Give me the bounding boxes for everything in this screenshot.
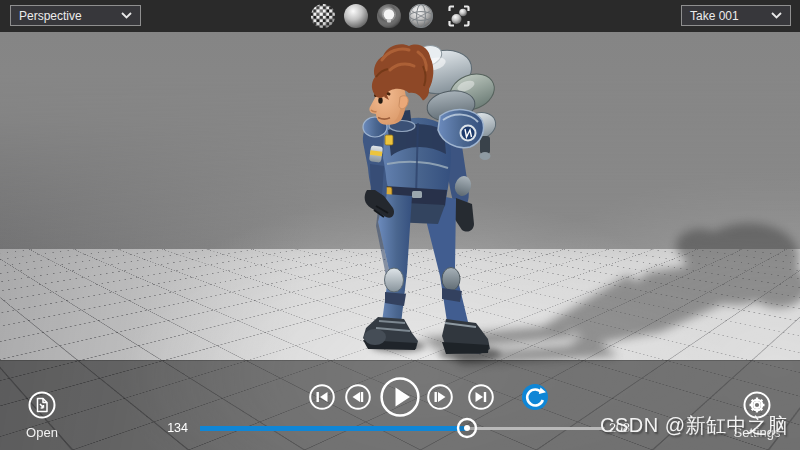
open-file-button[interactable]	[24, 387, 60, 423]
take-dropdown[interactable]: Take 001	[681, 5, 791, 26]
camera-view-dropdown[interactable]: Perspective	[10, 5, 141, 26]
step-forward-button[interactable]	[427, 384, 453, 410]
chevron-down-icon	[121, 12, 132, 19]
texture-sphere-icon[interactable]	[310, 3, 336, 29]
fbx-review-window: Perspective	[0, 0, 800, 450]
wireframe-sphere-icon[interactable]	[408, 3, 434, 29]
character-model	[330, 36, 510, 366]
timeline-scrubber[interactable]	[456, 417, 478, 439]
go-to-start-button[interactable]	[309, 384, 335, 410]
document-icon	[38, 399, 48, 412]
viewport-3d[interactable]: Open	[0, 32, 800, 450]
play-button[interactable]	[380, 377, 420, 417]
play-icon	[396, 388, 411, 407]
chevron-down-icon	[771, 12, 782, 19]
gear-icon	[750, 398, 765, 413]
loop-toggle-button[interactable]	[521, 383, 549, 411]
frame-objects-icon[interactable]	[446, 3, 472, 29]
shaded-sphere-icon[interactable]	[343, 3, 369, 29]
go-to-end-button[interactable]	[468, 384, 494, 410]
step-back-button[interactable]	[345, 384, 371, 410]
take-value: Take 001	[690, 9, 739, 23]
top-toolbar: Perspective	[0, 0, 800, 32]
timeline-fill	[200, 426, 467, 431]
current-frame: 134	[150, 421, 188, 435]
open-button-label: Open	[14, 425, 70, 440]
lighting-bulb-sphere-icon[interactable]	[376, 3, 402, 29]
csdn-watermark: CSDN @新缸中之脑	[600, 412, 788, 439]
camera-view-value: Perspective	[19, 9, 82, 23]
